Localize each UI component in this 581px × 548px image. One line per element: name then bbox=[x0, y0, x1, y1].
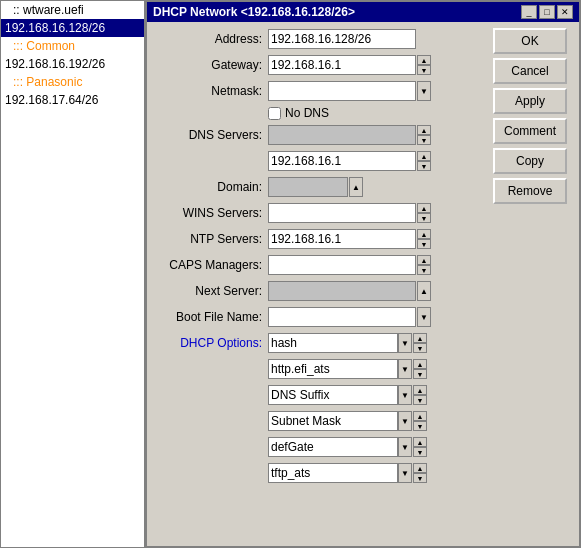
dhcp-option-1-down-button[interactable]: ▼ bbox=[413, 369, 427, 379]
dns1-spinner: ▲ ▼ bbox=[417, 125, 431, 145]
sidebar-item-192-168-16-192[interactable]: 192.168.16.192/26 bbox=[1, 55, 144, 73]
gateway-input[interactable] bbox=[268, 55, 416, 75]
sidebar-item-common[interactable]: ::: Common bbox=[1, 37, 144, 55]
dhcp-option-4-up-button[interactable]: ▲ bbox=[413, 437, 427, 447]
sidebar: :: wtware.uefi 192.168.16.128/26 ::: Com… bbox=[0, 0, 145, 548]
dhcp-option-2-input[interactable] bbox=[268, 385, 398, 405]
dhcp-option-0-up-button[interactable]: ▲ bbox=[413, 333, 427, 343]
wins-input[interactable] bbox=[268, 203, 416, 223]
domain-input[interactable] bbox=[268, 177, 348, 197]
address-input[interactable] bbox=[268, 29, 416, 49]
wins-label: WINS Servers: bbox=[153, 206, 268, 220]
dhcp-option-3-dropdown-button[interactable]: ▼ bbox=[398, 411, 412, 431]
dhcp-option-2-dropdown-button[interactable]: ▼ bbox=[398, 385, 412, 405]
gateway-spinner: ▲ ▼ bbox=[417, 55, 431, 75]
dns1-down-button[interactable]: ▼ bbox=[417, 135, 431, 145]
dhcp-option-5-up-button[interactable]: ▲ bbox=[413, 463, 427, 473]
no-dns-row: No DNS bbox=[153, 106, 487, 120]
title-buttons: _ □ ✕ bbox=[521, 5, 573, 19]
cancel-button[interactable]: Cancel bbox=[493, 58, 567, 84]
dialog-body: Address: Gateway: ▲ ▼ Ne bbox=[147, 22, 579, 546]
dns1-input-group: ▲ ▼ bbox=[268, 125, 431, 145]
close-button[interactable]: ✕ bbox=[557, 5, 573, 19]
ntp-down-button[interactable]: ▼ bbox=[417, 239, 431, 249]
caps-input-group: ▲ ▼ bbox=[268, 255, 431, 275]
sidebar-item-wtware[interactable]: :: wtware.uefi bbox=[1, 1, 144, 19]
dns1-input[interactable] bbox=[268, 125, 416, 145]
next-server-dropdown-button[interactable]: ▲ bbox=[417, 281, 431, 301]
copy-button[interactable]: Copy bbox=[493, 148, 567, 174]
caps-input[interactable] bbox=[268, 255, 416, 275]
dhcp-option-1-spinner: ▲ ▼ bbox=[413, 359, 427, 379]
next-server-input[interactable] bbox=[268, 281, 416, 301]
netmask-row: Netmask: ▼ bbox=[153, 80, 487, 102]
dhcp-option-5-down-button[interactable]: ▼ bbox=[413, 473, 427, 483]
ok-button[interactable]: OK bbox=[493, 28, 567, 54]
caps-spinner: ▲ ▼ bbox=[417, 255, 431, 275]
minimize-button[interactable]: _ bbox=[521, 5, 537, 19]
dns2-up-button[interactable]: ▲ bbox=[417, 151, 431, 161]
dhcp-option-5-row: ▼ ▲ ▼ bbox=[153, 462, 487, 484]
no-dns-checkbox[interactable] bbox=[268, 107, 281, 120]
dhcp-option-3-up-button[interactable]: ▲ bbox=[413, 411, 427, 421]
dhcp-options-header-row: DHCP Options: ▼ ▲ ▼ bbox=[153, 332, 487, 354]
ntp-input-group: ▲ ▼ bbox=[268, 229, 431, 249]
sidebar-item-192-168-16-128[interactable]: 192.168.16.128/26 bbox=[1, 19, 144, 37]
netmask-input[interactable] bbox=[268, 81, 416, 101]
netmask-input-group: ▼ bbox=[268, 81, 431, 101]
dialog-title: DHCP Network <192.168.16.128/26> bbox=[153, 5, 355, 19]
boot-file-dropdown-button[interactable]: ▼ bbox=[417, 307, 431, 327]
dhcp-option-0-spinner: ▲ ▼ bbox=[413, 333, 427, 353]
next-server-row: Next Server: ▲ bbox=[153, 280, 487, 302]
domain-dropdown-button[interactable]: ▲ bbox=[349, 177, 363, 197]
ntp-up-button[interactable]: ▲ bbox=[417, 229, 431, 239]
wins-up-button[interactable]: ▲ bbox=[417, 203, 431, 213]
sidebar-item-192-168-17-64[interactable]: 192.168.17.64/26 bbox=[1, 91, 144, 109]
dhcp-option-2-up-button[interactable]: ▲ bbox=[413, 385, 427, 395]
boot-file-input-group: ▼ bbox=[268, 307, 431, 327]
dns1-up-button[interactable]: ▲ bbox=[417, 125, 431, 135]
dhcp-option-2-spinner: ▲ ▼ bbox=[413, 385, 427, 405]
wins-down-button[interactable]: ▼ bbox=[417, 213, 431, 223]
dhcp-option-0-dropdown-button[interactable]: ▼ bbox=[398, 333, 412, 353]
apply-button[interactable]: Apply bbox=[493, 88, 567, 114]
domain-label: Domain: bbox=[153, 180, 268, 194]
caps-down-button[interactable]: ▼ bbox=[417, 265, 431, 275]
netmask-dropdown-button[interactable]: ▼ bbox=[417, 81, 431, 101]
dhcp-option-0-input[interactable] bbox=[268, 333, 398, 353]
remove-button[interactable]: Remove bbox=[493, 178, 567, 204]
form-area: Address: Gateway: ▲ ▼ Ne bbox=[153, 28, 487, 540]
buttons-panel: OK Cancel Apply Comment Copy Remove bbox=[493, 28, 573, 540]
gateway-row: Gateway: ▲ ▼ bbox=[153, 54, 487, 76]
dns2-down-button[interactable]: ▼ bbox=[417, 161, 431, 171]
dialog-title-bar: DHCP Network <192.168.16.128/26> _ □ ✕ bbox=[147, 2, 579, 22]
boot-file-label: Boot File Name: bbox=[153, 310, 268, 324]
dhcp-option-1-input[interactable] bbox=[268, 359, 398, 379]
sidebar-item-panasonic[interactable]: ::: Panasonic bbox=[1, 73, 144, 91]
dhcp-option-4-dropdown-button[interactable]: ▼ bbox=[398, 437, 412, 457]
caps-up-button[interactable]: ▲ bbox=[417, 255, 431, 265]
ntp-input[interactable] bbox=[268, 229, 416, 249]
dhcp-option-5-dropdown-button[interactable]: ▼ bbox=[398, 463, 412, 483]
comment-button[interactable]: Comment bbox=[493, 118, 567, 144]
dhcp-option-5-spinner: ▲ ▼ bbox=[413, 463, 427, 483]
dhcp-option-4-row: ▼ ▲ ▼ bbox=[153, 436, 487, 458]
dhcp-option-0-down-button[interactable]: ▼ bbox=[413, 343, 427, 353]
dhcp-option-5-input[interactable] bbox=[268, 463, 398, 483]
gateway-down-button[interactable]: ▼ bbox=[417, 65, 431, 75]
dhcp-option-4-input[interactable] bbox=[268, 437, 398, 457]
dns2-spinner: ▲ ▼ bbox=[417, 151, 431, 171]
dhcp-option-1-up-button[interactable]: ▲ bbox=[413, 359, 427, 369]
dhcp-option-3-down-button[interactable]: ▼ bbox=[413, 421, 427, 431]
gateway-up-button[interactable]: ▲ bbox=[417, 55, 431, 65]
caps-label: CAPS Managers: bbox=[153, 258, 268, 272]
dhcp-option-4-down-button[interactable]: ▼ bbox=[413, 447, 427, 457]
dhcp-option-2-down-button[interactable]: ▼ bbox=[413, 395, 427, 405]
dhcp-option-3-input[interactable] bbox=[268, 411, 398, 431]
dhcp-option-1-dropdown-button[interactable]: ▼ bbox=[398, 359, 412, 379]
wins-row: WINS Servers: ▲ ▼ bbox=[153, 202, 487, 224]
boot-file-row: Boot File Name: ▼ bbox=[153, 306, 487, 328]
dns2-input[interactable] bbox=[268, 151, 416, 171]
maximize-button[interactable]: □ bbox=[539, 5, 555, 19]
boot-file-input[interactable] bbox=[268, 307, 416, 327]
